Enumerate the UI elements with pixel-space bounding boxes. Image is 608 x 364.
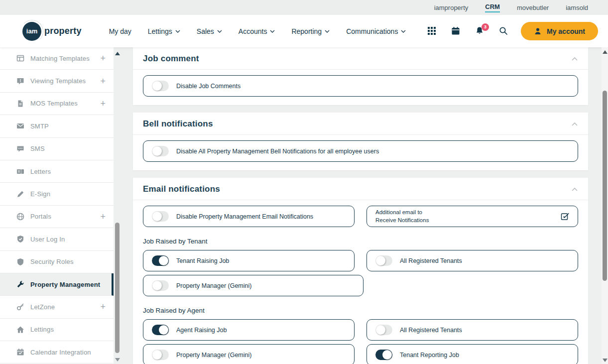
apps-grid-icon[interactable] <box>427 26 437 36</box>
additional-email-label: Additional email to Receive Notification… <box>375 209 429 224</box>
tenant-property-manager-gemini-toggle[interactable] <box>152 280 169 291</box>
topbar-link-iamproperty[interactable]: iamproperty <box>434 4 469 11</box>
sidebar-item-smtp[interactable]: SMTP <box>0 115 114 137</box>
settings-sidebar: Matching Templates + Viewing Templates +… <box>0 47 114 364</box>
sidebar-item-mos-templates[interactable]: MOS Templates + <box>0 93 114 115</box>
search-icon[interactable] <box>499 26 509 36</box>
header-icons: 3 <box>427 26 509 36</box>
disable-job-comments-toggle[interactable] <box>152 81 169 91</box>
additional-email-card: Additional email to Receive Notification… <box>366 206 578 227</box>
tenant-all-registered-tenants-toggle[interactable] <box>375 255 392 266</box>
toggle-card-disable-job-comments: Disable Job Comments <box>143 75 578 97</box>
topbar-link-movebutler[interactable]: movebutler <box>517 4 549 11</box>
shield-check-icon <box>16 235 24 243</box>
agent-all-registered-tenants-toggle[interactable] <box>375 325 392 335</box>
plus-icon[interactable]: + <box>100 99 106 108</box>
calendar-check-icon <box>16 348 24 357</box>
bell-icon[interactable]: 3 <box>475 26 485 36</box>
chevron-down-icon <box>175 30 180 33</box>
disable-email-notifications-toggle[interactable] <box>152 211 169 222</box>
main-nav: My day Lettings Sales Accounts Reporting… <box>109 27 427 35</box>
product-switcher-bar: iamproperty CRM movebutler iamsold <box>0 0 608 15</box>
section-title: Email notifications <box>143 184 220 194</box>
globe-icon <box>16 212 24 221</box>
chevron-up-icon[interactable] <box>571 122 578 126</box>
plus-icon[interactable]: + <box>100 54 106 63</box>
nav-accounts[interactable]: Accounts <box>239 27 275 35</box>
my-account-button[interactable]: My account <box>521 22 598 40</box>
agent-raising-job-toggle[interactable] <box>152 325 169 335</box>
pen-icon <box>16 190 24 198</box>
agent-property-manager-gemini-toggle[interactable] <box>152 350 169 360</box>
shield-icon <box>16 257 24 266</box>
chevron-down-icon <box>217 30 222 33</box>
section-email-notifications: Email notifications Disable Property Man… <box>133 178 588 364</box>
message-alert-icon <box>16 77 24 85</box>
sidebar-item-calendar-integration[interactable]: Calendar Integration <box>0 341 114 364</box>
sidebar-item-letzone[interactable]: LetZone + <box>0 296 114 318</box>
chevron-down-icon <box>270 30 275 33</box>
toggle-card-tenant-property-manager-gemini: Property Manager (Gemini) <box>143 275 364 296</box>
scroll-up-icon[interactable] <box>603 50 608 54</box>
sidebar-item-portals[interactable]: Portals + <box>0 206 114 228</box>
wrench-icon <box>16 280 24 289</box>
toggle-card-tenant-all-registered-tenants: All Registered Tenants <box>366 250 578 271</box>
calendar-icon[interactable] <box>451 26 461 36</box>
topbar-link-iamsold[interactable]: iamsold <box>566 4 588 11</box>
chevron-up-icon[interactable] <box>571 57 578 61</box>
tenant-reporting-job-toggle[interactable] <box>375 350 392 360</box>
envelope-icon <box>16 122 24 130</box>
page-scrollbar-thumb[interactable] <box>603 91 607 281</box>
toggle-card-agent-property-manager-gemini: Property Manager (Gemini) <box>143 344 355 364</box>
section-title: Job comment <box>143 54 199 64</box>
logo-iam-circle: iam <box>22 22 41 41</box>
group-label-job-raised-by-tenant: Job Raised by Tenant <box>143 238 578 245</box>
tenant-raising-job-toggle[interactable] <box>152 255 169 266</box>
nav-my-day[interactable]: My day <box>109 27 131 35</box>
app-header: iam property My day Lettings Sales Accou… <box>0 15 608 47</box>
topbar-link-crm[interactable]: CRM <box>485 3 500 12</box>
sidebar-item-viewing-templates[interactable]: Viewing Templates + <box>0 70 114 92</box>
nav-reporting[interactable]: Reporting <box>291 27 330 35</box>
layout-icon <box>16 54 24 63</box>
sidebar-item-e-sign[interactable]: E-Sign <box>0 183 114 205</box>
sidebar-item-matching-templates[interactable]: Matching Templates + <box>0 47 114 70</box>
sidebar-item-letters[interactable]: Letters <box>0 160 114 183</box>
plus-icon[interactable]: + <box>100 212 106 221</box>
plus-icon[interactable]: + <box>100 77 106 86</box>
chevron-up-icon[interactable] <box>571 187 578 192</box>
scroll-down-icon[interactable] <box>603 359 608 362</box>
nav-lettings[interactable]: Lettings <box>148 27 180 35</box>
sidebar-item-lettings[interactable]: Lettings <box>0 319 114 341</box>
home-icon <box>16 325 24 334</box>
edit-icon[interactable] <box>561 212 569 221</box>
sidebar-scrollbar[interactable] <box>114 47 121 364</box>
crm-settings-page: iamproperty CRM movebutler iamsold iam p… <box>0 0 608 364</box>
letters-icon <box>16 167 24 176</box>
section-bell-notifications: Bell notifications Disable All Property … <box>133 113 588 170</box>
key-icon <box>16 303 24 311</box>
scroll-up-icon[interactable] <box>115 52 120 55</box>
plus-icon[interactable]: + <box>100 302 106 311</box>
document-icon <box>16 99 24 108</box>
nav-communications[interactable]: Communications <box>346 27 406 35</box>
notification-count-badge: 3 <box>482 23 489 31</box>
toggle-card-disable-bell-notifications: Disable All Property Management Bell Not… <box>143 140 578 162</box>
toggle-card-agent-raising-job: Agent Raising Job <box>143 319 355 341</box>
disable-bell-notifications-toggle[interactable] <box>152 146 169 156</box>
sidebar-item-security-roles[interactable]: Security Roles <box>0 251 114 273</box>
sidebar-item-property-management[interactable]: Property Management <box>0 273 114 296</box>
iamproperty-logo[interactable]: iam property <box>22 22 82 41</box>
sms-bubble-icon <box>16 144 24 153</box>
toggle-card-tenant-reporting-job: Tenant Reporting Job <box>366 344 578 364</box>
toggle-card-disable-email-notifications: Disable Property Management Email Notifi… <box>143 206 355 227</box>
nav-sales[interactable]: Sales <box>197 27 222 35</box>
user-icon <box>534 27 542 35</box>
group-label-job-raised-by-agent: Job Raised by Agent <box>143 307 578 314</box>
scroll-down-icon[interactable] <box>115 358 120 362</box>
property-management-settings: Job comment Disable Job Comments Bell no… <box>122 47 602 364</box>
page-scrollbar[interactable] <box>602 47 608 364</box>
sidebar-scrollbar-thumb[interactable] <box>115 223 120 353</box>
sidebar-item-user-log-in[interactable]: User Log In <box>0 228 114 250</box>
sidebar-item-sms[interactable]: SMS <box>0 138 114 160</box>
